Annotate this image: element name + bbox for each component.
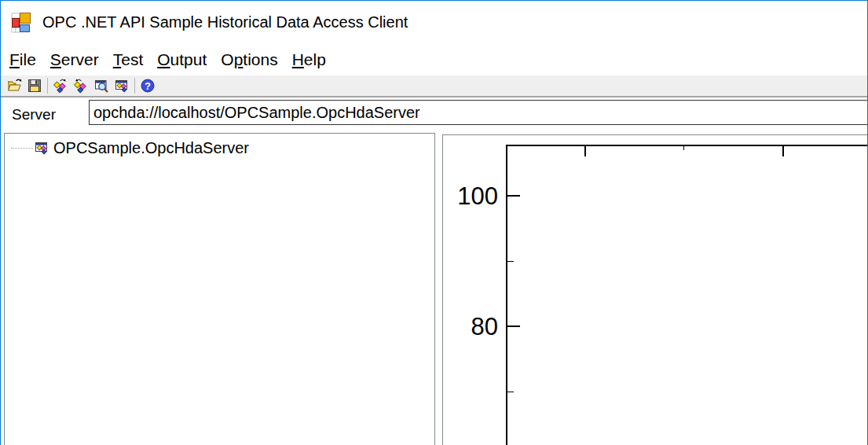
connect-server-icon xyxy=(53,78,68,94)
toolbar-separator xyxy=(134,78,135,94)
menu-item-test[interactable]: Test xyxy=(106,47,151,72)
server-url-input[interactable] xyxy=(89,100,868,125)
server-items-icon xyxy=(114,78,130,94)
server-bar: Server xyxy=(1,97,867,131)
menu-item-help[interactable]: Help xyxy=(285,47,333,72)
y-axis-minor-tick xyxy=(507,261,514,262)
help-button[interactable]: ? xyxy=(137,76,158,95)
save-icon xyxy=(27,78,42,94)
server-tree-panel[interactable]: OPCSample.OpcHdaServer xyxy=(4,133,435,445)
menu-item-file[interactable]: File xyxy=(2,47,43,72)
svg-text:?: ? xyxy=(145,80,151,92)
menu-bar: File Server Test Output Options Help xyxy=(1,44,867,75)
disconnect-server-button[interactable] xyxy=(71,76,91,95)
chart-panel: 100 80 xyxy=(442,134,868,445)
server-label: Server xyxy=(12,97,56,131)
tree-node-label: OPCSample.OpcHdaServer xyxy=(53,139,249,157)
title-bar[interactable]: OPC .NET API Sample Historical Data Acce… xyxy=(1,1,867,44)
toolbar: ? xyxy=(1,75,867,97)
y-tick-label-100: 100 xyxy=(443,184,498,208)
y-axis-major-tick xyxy=(507,195,520,197)
help-icon: ? xyxy=(140,78,156,94)
tree-connector xyxy=(11,148,33,149)
y-axis-minor-tick xyxy=(507,392,514,392)
y-axis-major-tick xyxy=(507,325,520,327)
menu-item-server[interactable]: Server xyxy=(43,47,106,72)
x-axis-major-tick xyxy=(782,146,784,156)
x-axis-major-tick xyxy=(584,146,586,156)
toolbar-separator xyxy=(47,78,48,94)
disconnect-server-icon xyxy=(73,78,89,94)
save-button[interactable] xyxy=(24,76,45,95)
app-window: OPC .NET API Sample Historical Data Acce… xyxy=(0,0,868,445)
menu-item-options[interactable]: Options xyxy=(214,47,284,72)
tree-node-server[interactable]: OPCSample.OpcHdaServer xyxy=(5,138,434,157)
chart-y-axis xyxy=(506,145,507,445)
server-window-icon xyxy=(34,140,49,156)
window-title: OPC .NET API Sample Historical Data Acce… xyxy=(42,13,408,31)
chart-x-axis xyxy=(506,145,868,146)
connect-server-button[interactable] xyxy=(50,76,71,95)
y-tick-label-80: 80 xyxy=(443,314,498,339)
app-icon xyxy=(9,11,33,35)
server-items-button[interactable] xyxy=(112,76,132,95)
menu-item-output[interactable]: Output xyxy=(150,47,214,72)
browse-server-icon xyxy=(93,78,109,94)
x-axis-minor-tick xyxy=(683,146,684,150)
open-folder-icon xyxy=(6,78,22,94)
browse-server-button[interactable] xyxy=(91,76,112,95)
open-button[interactable] xyxy=(4,76,24,95)
